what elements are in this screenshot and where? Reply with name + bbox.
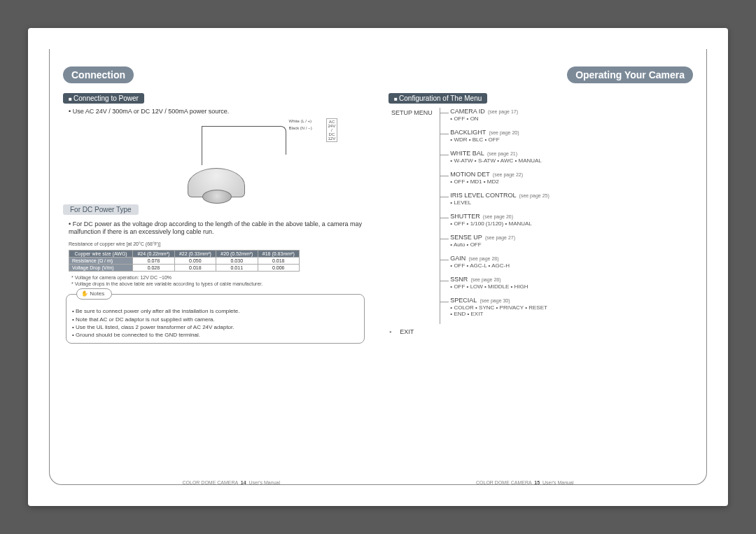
cell: 0.028 [133,265,174,272]
menu-item-page-ref: (see page 27) [485,235,515,240]
note-item: • Note that AC or DC adaptor is not supp… [72,316,358,323]
menu-item-page-ref: (see page 28) [470,277,500,282]
dome-camera-icon [188,168,245,197]
cell: 0.078 [133,258,174,265]
camera-wiring-diagram: White (L / +) Black (N / −) AC 24V / DC … [118,120,314,197]
table-row: Resistance (Ω / m) 0.078 0.050 0.030 0.0… [69,258,300,265]
menu-item-page-ref: (see page 30) [479,298,510,303]
menu-item-options: • W-ATW • S-ATW • AWC • MANUAL [450,157,549,164]
th: #18 (0.83mm²) [258,251,299,258]
menu-item-page-ref: (see page 21) [487,151,517,156]
power-spec-text: • Use AC 24V / 300mA or DC 12V / 500mA p… [69,108,368,116]
cell: 0.011 [216,265,258,272]
note-item: • Ground should be connected to the GND … [72,331,358,339]
menu-item-page-ref: (see page 25) [519,193,550,198]
footer-label: User's Manual [248,480,280,485]
menu-item-title: SPECIAL(see page 30) [450,297,549,304]
menu-root-label: SETUP MENU [391,108,433,116]
menu-tree-item: SHUTTER(see page 26)• OFF • 1/100 (1/120… [450,213,549,227]
table-row: Voltage Drop (V/m) 0.028 0.018 0.011 0.0… [69,265,300,272]
menu-tree-item: IRIS LEVEL CONTROL(see page 25)• LEVEL [450,192,549,206]
notes-box: Notes • Be sure to connect power only af… [66,294,365,344]
menu-item-page-ref: (see page 26) [483,214,513,219]
menu-item-page-ref: (see page 28) [468,256,498,261]
th: Copper wire size (AWG) [69,251,133,258]
power-rating-box: AC 24V / DC 12V [326,118,338,142]
page-footers: COLOR DOME CAMERA 14 User's Manual COLOR… [28,480,728,485]
menu-exit-label: EXIT [400,328,414,335]
menu-item-options: • WDR • BLC • OFF [450,136,549,143]
menu-item-title: WHITE BAL(see page 21) [450,150,549,157]
section-menu-config: Configuration of The Menu [388,93,487,104]
footnote-2: * Voltage drops in the above table are v… [71,281,368,287]
menu-tree-item: MOTION DET(see page 22)• OFF • MD1 • MD2 [450,171,549,185]
footer-page-num: 14 [241,480,246,485]
manual-spread: Connection Connecting to Power • Use AC … [28,28,728,506]
table-header-row: Copper wire size (AWG) #24 (0.22mm²) #22… [69,251,300,258]
cell: 0.050 [174,258,216,265]
dc-power-text: • For DC power as the voltage drop accor… [69,220,368,237]
menu-item-title: BACKLIGHT(see page 20) [450,129,549,136]
th: #24 (0.22mm²) [133,251,174,258]
wire-table-caption: Resistance of copper wire [at 20°C (68°F… [69,241,368,247]
menu-item-page-ref: (see page 22) [493,172,523,177]
row-label: Resistance (Ω / m) [69,258,133,265]
menu-item-options: • COLOR • SYNC • PRIVACY • RESET • END •… [450,304,549,317]
menu-tree-item: CAMERA ID(see page 17)• OFF • ON [450,108,549,122]
left-page-title: Connection [63,66,134,83]
right-page: Operating Your Camera Configuration of T… [388,66,693,468]
menu-item-options: • OFF • MD1 • MD2 [450,178,549,185]
menu-item-options: • Auto • OFF [450,241,549,248]
left-footer: COLOR DOME CAMERA 14 User's Manual [183,480,280,485]
menu-item-options: • OFF • ON [450,115,549,122]
footer-product: COLOR DOME CAMERA [476,480,531,485]
menu-tree-item: BACKLIGHT(see page 20)• WDR • BLC • OFF [450,129,549,143]
cell: 0.018 [258,258,299,265]
section-connecting-power: Connecting to Power [63,93,144,104]
wire-label-white: White (L / +) [289,119,312,123]
note-item: • Use the UL listed, class 2 power trans… [72,323,358,331]
menu-tree-item: SSNR(see page 28)• OFF • LOW • MIDDLE • … [450,276,549,290]
menu-tree-item: SPECIAL(see page 30)• COLOR • SYNC • PRI… [450,297,549,317]
menu-tree-item: GAIN(see page 28)• OFF • AGC-L • AGC-H [450,255,549,269]
menu-item-options: • OFF • LOW • MIDDLE • HIGH [450,283,549,290]
wire-resistance-table: Copper wire size (AWG) #24 (0.22mm²) #22… [69,250,300,272]
menu-item-title: SSNR(see page 28) [450,276,549,283]
spread-columns: Connection Connecting to Power • Use AC … [63,66,693,468]
menu-item-title: GAIN(see page 28) [450,255,549,262]
menu-item-page-ref: (see page 17) [488,109,518,114]
menu-item-title: MOTION DET(see page 22) [450,171,549,178]
footnote-1: * Voltage for camera operation: 12V DC −… [71,274,368,281]
cell: 0.006 [258,265,299,272]
footer-product: COLOR DOME CAMERA [183,480,238,485]
menu-item-title: SENSE UP(see page 27) [450,234,549,241]
menu-item-options: • OFF • AGC-L • AGC-H [450,262,549,269]
menu-item-title: CAMERA ID(see page 17) [450,108,549,115]
th: #20 (0.52mm²) [216,251,258,258]
footer-page-num: 15 [534,480,540,485]
menu-tree-item: WHITE BAL(see page 21)• W-ATW • S-ATW • … [450,150,549,164]
menu-item-options: • OFF • 1/100 (1/120) • MANUAL [450,220,549,227]
menu-tree: SETUP MENU CAMERA ID(see page 17)• OFF •… [391,108,693,335]
right-footer: COLOR DOME CAMERA 15 User's Manual [476,480,573,485]
note-item: • Be sure to connect power only after al… [72,307,358,315]
subheader-dc-power: For DC Power Type [63,204,139,215]
left-page: Connection Connecting to Power • Use AC … [63,66,368,468]
menu-item-options: • LEVEL [450,199,549,206]
cable-line [202,126,286,155]
menu-item-title: SHUTTER(see page 26) [450,213,549,220]
menu-exit-row: EXIT [391,328,693,335]
menu-tree-item: SENSE UP(see page 27)• Auto • OFF [450,234,549,248]
footer-label: User's Manual [542,480,574,485]
row-label: Voltage Drop (V/m) [69,265,133,272]
notes-tab-label: Notes [76,288,112,299]
cell: 0.018 [174,265,216,272]
menu-item-page-ref: (see page 20) [489,130,519,135]
menu-tree-items: CAMERA ID(see page 17)• OFF • ONBACKLIGH… [440,108,549,324]
right-page-title: Operating Your Camera [567,66,693,83]
wire-label-black: Black (N / −) [289,126,312,130]
cell: 0.030 [216,258,258,265]
th: #22 (0.33mm²) [174,251,216,258]
menu-item-title: IRIS LEVEL CONTROL(see page 25) [450,192,549,199]
